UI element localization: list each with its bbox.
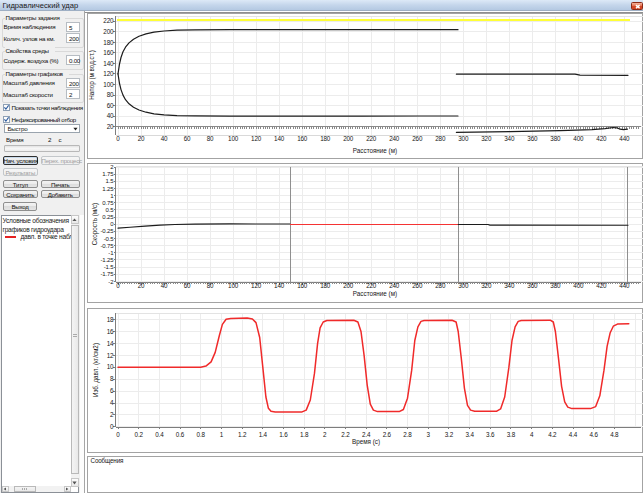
svg-text:320: 320 [481, 282, 492, 289]
svg-text:220: 220 [103, 17, 114, 24]
svg-text:2.4: 2.4 [362, 431, 371, 438]
svg-text:400: 400 [573, 282, 584, 289]
svg-text:1.25: 1.25 [102, 186, 114, 192]
svg-text:200: 200 [103, 28, 114, 35]
svg-text:380: 380 [550, 282, 561, 289]
svg-text:180: 180 [320, 282, 331, 289]
svg-text:-1.25: -1.25 [100, 257, 114, 263]
svg-text:100: 100 [228, 282, 239, 289]
svg-text:300: 300 [458, 282, 469, 289]
svg-text:140: 140 [274, 135, 285, 142]
svg-text:-1.5: -1.5 [104, 264, 115, 270]
svg-text:0.4: 0.4 [155, 431, 164, 438]
svg-text:40: 40 [161, 135, 168, 142]
svg-text:380: 380 [550, 135, 561, 142]
svg-text:4.4: 4.4 [569, 431, 578, 438]
svg-text:340: 340 [504, 282, 515, 289]
svg-text:-1: -1 [108, 250, 114, 256]
svg-text:4.6: 4.6 [589, 431, 598, 438]
svg-text:Скорость (м/с): Скорость (м/с) [91, 203, 99, 245]
svg-text:440: 440 [619, 135, 630, 142]
svg-text:400: 400 [573, 135, 584, 142]
svg-text:20: 20 [138, 135, 145, 142]
svg-text:160: 160 [297, 135, 308, 142]
svg-text:200: 200 [343, 135, 354, 142]
svg-text:12: 12 [107, 352, 114, 359]
svg-text:1.4: 1.4 [259, 431, 268, 438]
svg-text:Сообщения: Сообщения [91, 457, 124, 465]
svg-text:-0.5: -0.5 [104, 236, 115, 242]
svg-text:16: 16 [107, 328, 114, 335]
svg-text:420: 420 [596, 135, 607, 142]
svg-text:2.8: 2.8 [403, 431, 412, 438]
svg-text:18: 18 [107, 316, 114, 323]
svg-text:2.2: 2.2 [341, 431, 350, 438]
svg-text:20: 20 [138, 282, 145, 289]
svg-text:Расстояние (м): Расстояние (м) [353, 290, 397, 298]
svg-text:0.75: 0.75 [102, 200, 114, 206]
svg-text:0.2: 0.2 [135, 431, 144, 438]
svg-text:60: 60 [107, 102, 114, 109]
svg-text:4.8: 4.8 [610, 431, 619, 438]
svg-text:80: 80 [107, 91, 114, 98]
svg-text:60: 60 [184, 135, 191, 142]
svg-text:10: 10 [107, 363, 114, 370]
svg-text:3.4: 3.4 [465, 431, 474, 438]
svg-text:3.8: 3.8 [507, 431, 516, 438]
svg-text:1.6: 1.6 [279, 431, 288, 438]
svg-text:420: 420 [596, 282, 607, 289]
svg-text:14: 14 [107, 340, 114, 347]
svg-text:1.2: 1.2 [238, 431, 247, 438]
svg-text:80: 80 [207, 282, 214, 289]
svg-text:440: 440 [619, 282, 630, 289]
svg-text:1.75: 1.75 [102, 171, 114, 177]
svg-text:0.8: 0.8 [197, 431, 206, 438]
svg-text:340: 340 [504, 135, 515, 142]
svg-text:200: 200 [343, 282, 354, 289]
svg-text:160: 160 [297, 282, 308, 289]
svg-text:280: 280 [435, 135, 446, 142]
svg-text:0.5: 0.5 [105, 207, 114, 213]
svg-text:180: 180 [320, 135, 331, 142]
svg-text:40: 40 [107, 112, 114, 119]
svg-text:120: 120 [103, 70, 114, 77]
svg-text:2.6: 2.6 [383, 431, 392, 438]
svg-text:220: 220 [366, 135, 377, 142]
svg-text:-2: -2 [108, 279, 114, 285]
svg-text:300: 300 [458, 135, 469, 142]
svg-text:3.6: 3.6 [486, 431, 495, 438]
svg-text:20: 20 [107, 123, 114, 130]
svg-text:0.6: 0.6 [176, 431, 185, 438]
svg-text:Напор (м вод.ст.): Напор (м вод.ст.) [88, 50, 96, 100]
svg-text:320: 320 [481, 135, 492, 142]
svg-text:260: 260 [412, 282, 423, 289]
svg-text:Изб. давл. (кг/см2): Изб. давл. (кг/см2) [92, 343, 100, 397]
svg-text:Расстояние (м): Расстояние (м) [353, 147, 397, 155]
svg-text:4.2: 4.2 [548, 431, 557, 438]
svg-text:240: 240 [389, 135, 400, 142]
svg-text:260: 260 [412, 135, 423, 142]
svg-text:-0.25: -0.25 [100, 228, 114, 234]
svg-text:Время (с): Время (с) [352, 438, 380, 446]
svg-text:120: 120 [251, 282, 262, 289]
svg-text:180: 180 [103, 39, 114, 46]
svg-text:3.2: 3.2 [445, 431, 454, 438]
svg-text:80: 80 [207, 135, 214, 142]
svg-text:60: 60 [184, 282, 191, 289]
svg-text:280: 280 [435, 282, 446, 289]
svg-text:360: 360 [527, 135, 538, 142]
svg-text:140: 140 [103, 60, 114, 67]
svg-text:-0.75: -0.75 [100, 243, 114, 249]
svg-text:240: 240 [389, 282, 400, 289]
svg-text:220: 220 [366, 282, 377, 289]
svg-text:120: 120 [251, 135, 262, 142]
svg-text:-1.75: -1.75 [100, 271, 114, 277]
svg-text:40: 40 [161, 282, 168, 289]
svg-text:160: 160 [103, 49, 114, 56]
svg-text:1.5: 1.5 [105, 178, 114, 184]
svg-text:1.8: 1.8 [300, 431, 309, 438]
svg-text:360: 360 [527, 282, 538, 289]
svg-text:0.25: 0.25 [102, 214, 114, 220]
svg-text:140: 140 [274, 282, 285, 289]
svg-text:100: 100 [103, 81, 114, 88]
